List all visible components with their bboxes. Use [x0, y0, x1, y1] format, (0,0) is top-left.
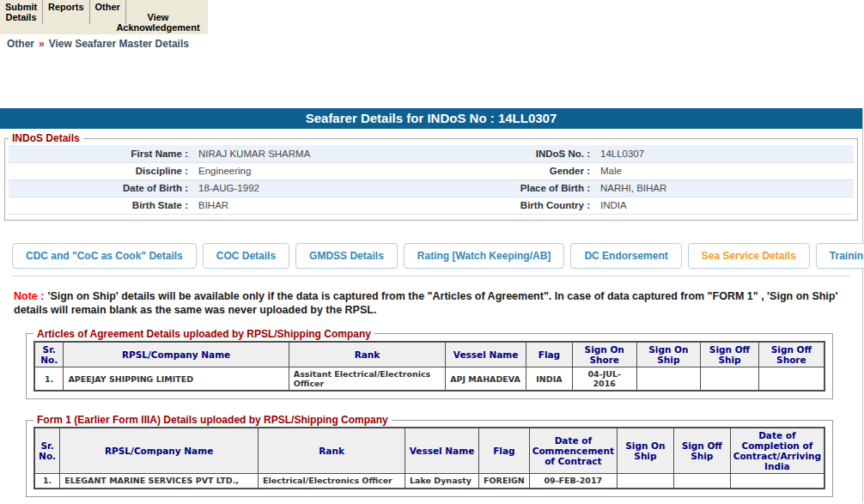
- cell-commencement-date: 09-FEB-2017: [529, 474, 617, 489]
- col-vessel-name: Vessel Name: [446, 342, 526, 367]
- first-name-value: NIRAJ KUMAR SHARMA: [193, 145, 432, 162]
- birth-country-value: INDIA: [595, 197, 854, 214]
- menu-item-submit-details[interactable]: Submit Details: [0, 0, 43, 24]
- date-of-birth-label: Date of Birth :: [9, 179, 193, 197]
- top-menu: Submit Details Reports Other View Acknow…: [0, 0, 208, 34]
- col-sign-off-shore: Sign Off Shore: [758, 342, 824, 367]
- col-date-of-completion: Date of Completion of Contract/Arriving …: [730, 428, 824, 474]
- indos-row-4: Birth State : BIHAR Birth Country : INDI…: [9, 197, 854, 214]
- indos-no-label: INDoS No. :: [432, 145, 595, 162]
- col-sr-no: Sr. No.: [34, 428, 60, 474]
- col-rank: Rank: [289, 342, 445, 367]
- col-sign-on-shore: Sign On Shore: [572, 342, 636, 367]
- discipline-value: Engineering: [193, 162, 432, 179]
- menu-item-reports[interactable]: Reports: [43, 0, 90, 24]
- cell-sign-on-ship: [617, 474, 673, 489]
- form1-data-row: 1. ELEGANT MARINE SERVICES PVT LTD., Ele…: [34, 474, 824, 489]
- tab-coc-details[interactable]: COC Details: [203, 243, 289, 269]
- content-frame: Seafarer Details for INDoS No : 14LL0307…: [0, 108, 863, 502]
- birth-country-label: Birth Country :: [432, 197, 595, 214]
- date-of-birth-value: 18-AUG-1992: [193, 179, 432, 197]
- form1-fieldset: Form 1 (Earlier Form IIIA) Details uploa…: [26, 414, 833, 497]
- discipline-label: Discipline :: [9, 162, 193, 179]
- birth-state-label: Birth State :: [9, 197, 193, 214]
- articles-of-agreement-legend: Articles of Agreement Details uploaded b…: [33, 328, 374, 340]
- indos-details-fieldset: INDoS Details First Name : NIRAJ KUMAR S…: [4, 132, 858, 221]
- cell-sign-off-shore: [758, 367, 824, 392]
- breadcrumb-section[interactable]: Other: [7, 38, 34, 50]
- tab-strip: CDC and "CoC as Cook" Details COC Detail…: [12, 243, 850, 276]
- col-sign-on-ship: Sign On Ship: [617, 428, 673, 474]
- cell-flag: INDIA: [526, 367, 572, 392]
- col-sr-no: Sr. No.: [34, 342, 64, 367]
- articles-header-row: Sr. No. RPSL/Company Name Rank Vessel Na…: [34, 342, 824, 367]
- cell-sign-on-ship: [636, 367, 701, 392]
- place-of-birth-label: Place of Birth :: [432, 179, 595, 197]
- indos-row-2: Discipline : Engineering Gender : Male: [9, 162, 854, 179]
- col-flag: Flag: [479, 428, 530, 474]
- cell-rank: Electrical/Electronics Officer: [259, 474, 405, 489]
- indos-row-1: First Name : NIRAJ KUMAR SHARMA INDoS No…: [9, 145, 854, 162]
- breadcrumb: Other»View Seafarer Master Details: [7, 38, 864, 50]
- gender-value: Male: [595, 162, 854, 179]
- note-text: 'Sign on Ship' details will be available…: [14, 290, 837, 316]
- cell-rank: Assitant Electrical/Electronics Officer: [289, 367, 445, 392]
- cell-sign-off-ship: [701, 367, 759, 392]
- form1-legend: Form 1 (Earlier Form IIIA) Details uploa…: [33, 414, 392, 426]
- col-rpsl-company-name: RPSL/Company Name: [60, 428, 259, 474]
- cell-sr-no: 1.: [34, 474, 60, 489]
- gender-label: Gender :: [432, 162, 595, 179]
- articles-data-row: 1. APEEJAY SHIPPING LIMITED Assitant Ele…: [34, 367, 824, 392]
- form1-header-row: Sr. No. RPSL/Company Name Rank Vessel Na…: [34, 428, 824, 474]
- tab-dc-endorsement[interactable]: DC Endorsement: [570, 243, 681, 269]
- col-flag: Flag: [526, 342, 572, 367]
- cell-sign-off-ship: [673, 474, 730, 489]
- col-rank: Rank: [259, 428, 405, 474]
- note-prefix: Note :: [14, 290, 44, 302]
- col-date-of-commencement: Date of Commencement of Contract: [529, 428, 617, 474]
- indos-details-legend: INDoS Details: [9, 132, 83, 144]
- form1-table: Sr. No. RPSL/Company Name Rank Vessel Na…: [33, 427, 825, 489]
- indos-no-value: 14LL0307: [595, 145, 854, 162]
- note: Note :'Sign on Ship' details will be ava…: [14, 289, 849, 317]
- indos-details-table: First Name : NIRAJ KUMAR SHARMA INDoS No…: [9, 145, 854, 215]
- birth-state-value: BIHAR: [193, 197, 432, 214]
- tab-training-details[interactable]: Training Details: [816, 243, 864, 269]
- cell-sr-no: 1.: [34, 367, 64, 392]
- tab-gmdss-details[interactable]: GMDSS Details: [295, 243, 398, 269]
- tab-cdc-coc-as-cook-details[interactable]: CDC and "CoC as Cook" Details: [12, 243, 197, 269]
- cell-company-name: ELEGANT MARINE SERVICES PVT LTD.,: [60, 474, 259, 489]
- tab-rating-watch-keeping-ab[interactable]: Rating [Watch Keeping/AB]: [404, 243, 565, 269]
- articles-of-agreement-table: Sr. No. RPSL/Company Name Rank Vessel Na…: [33, 341, 825, 392]
- articles-of-agreement-fieldset: Articles of Agreement Details uploaded b…: [26, 328, 833, 400]
- breadcrumb-separator-icon: »: [39, 38, 45, 50]
- cell-sign-on-shore: 04-JUL-2016: [572, 367, 636, 392]
- cell-flag: FOREIGN: [479, 474, 530, 489]
- cell-completion-date: [730, 474, 824, 489]
- first-name-label: First Name :: [9, 145, 193, 162]
- menu-item-view-acknowledgement[interactable]: View Acknowledgement: [108, 12, 208, 33]
- col-sign-off-ship: Sign Off Ship: [673, 428, 730, 474]
- col-vessel-name: Vessel Name: [405, 428, 479, 474]
- col-sign-off-ship: Sign Off Ship: [701, 342, 759, 367]
- place-of-birth-value: NARHI, BIHAR: [595, 179, 854, 197]
- col-rpsl-company-name: RPSL/Company Name: [64, 342, 289, 367]
- breadcrumb-current-page[interactable]: View Seafarer Master Details: [49, 38, 189, 50]
- tab-sea-service-details[interactable]: Sea Service Details: [688, 243, 810, 269]
- cell-company-name: APEEJAY SHIPPING LIMITED: [64, 367, 289, 392]
- col-sign-on-ship: Sign On Ship: [636, 342, 701, 367]
- cell-vessel-name: Lake Dynasty: [405, 474, 479, 489]
- page-title: Seafarer Details for INDoS No : 14LL0307: [0, 108, 862, 129]
- cell-vessel-name: APJ MAHADEVA: [446, 367, 526, 392]
- indos-row-3: Date of Birth : 18-AUG-1992 Place of Bir…: [9, 179, 854, 197]
